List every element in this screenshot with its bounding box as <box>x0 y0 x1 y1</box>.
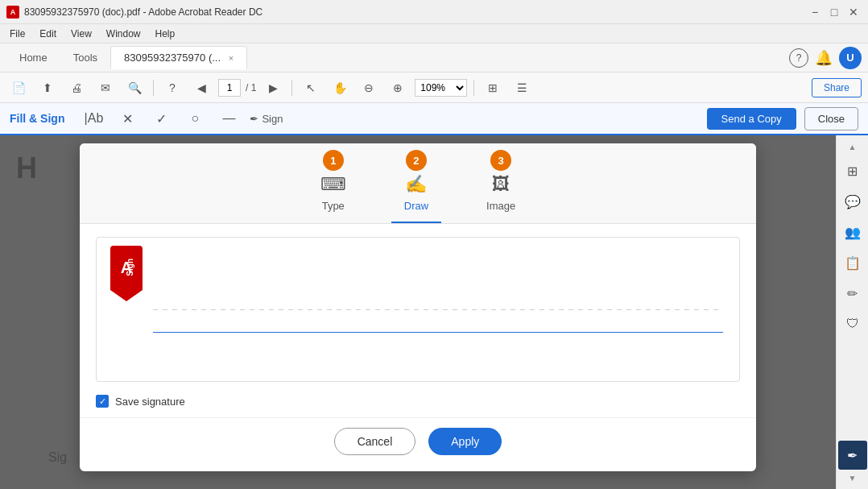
page-number-input[interactable] <box>218 79 241 97</box>
menu-bar: File Edit View Window Help <box>0 24 868 44</box>
fill-sign-label: Fill & Sign <box>10 112 64 125</box>
sidebar-btn-protect[interactable]: 🛡 <box>838 309 867 338</box>
tab-num-2: 2 <box>406 150 427 171</box>
signature-modal: 1 ⌨ Type 2 ✍ Draw 3 🖼 Image <box>80 143 756 471</box>
modal-overlay: 1 ⌨ Type 2 ✍ Draw 3 🖼 Image <box>0 135 836 489</box>
prev-page-button[interactable]: ◀ <box>189 77 213 99</box>
menu-edit[interactable]: Edit <box>33 27 63 41</box>
cancel-button[interactable]: Cancel <box>334 428 416 455</box>
checkbox-check: ✓ <box>99 396 106 407</box>
text-field-button[interactable]: |Ab <box>81 106 106 131</box>
sidebar-btn-share[interactable]: 👥 <box>838 218 867 247</box>
right-sidebar: ▲ ⊞ 💬 👥 📋 ✏ 🛡 ✒ ▼ <box>836 135 868 489</box>
tab-bar: Home Tools 83095932375970 (... × ? 🔔 U <box>0 44 868 73</box>
save-signature-checkbox[interactable]: ✓ <box>96 395 109 408</box>
image-label: Image <box>486 200 515 212</box>
tab-num-1: 1 <box>323 150 344 171</box>
fill-sign-close-button[interactable]: Close <box>804 107 858 131</box>
menu-file[interactable]: File <box>3 27 31 41</box>
cross-button[interactable]: ✕ <box>114 106 140 131</box>
maximize-button[interactable]: □ <box>826 4 842 20</box>
tab-close-button[interactable]: × <box>229 53 234 63</box>
page-total: / 1 <box>246 82 256 93</box>
tab-home[interactable]: Home <box>6 47 60 68</box>
help-button[interactable]: ? <box>789 48 808 68</box>
help-tool-button[interactable]: ? <box>160 77 184 99</box>
sidebar-btn-edit[interactable]: ✏ <box>838 279 867 308</box>
badge-sign-text: Sign <box>126 259 134 276</box>
sign-icon: ✒ <box>250 113 258 125</box>
tab-num-3: 3 <box>490 150 511 171</box>
scroll-options-button[interactable]: ☰ <box>510 77 534 99</box>
search-button[interactable]: 🔍 <box>122 77 147 99</box>
add-text-button[interactable]: 📄 <box>6 77 31 99</box>
apply-button[interactable]: Apply <box>428 428 502 455</box>
window-controls[interactable]: − □ ✕ <box>807 4 862 20</box>
save-signature-row: ✓ Save signature <box>80 395 756 417</box>
user-avatar[interactable]: U <box>839 47 862 69</box>
sign-button-group[interactable]: ✒ Sign <box>250 113 283 125</box>
title-bar-left: A 83095932375970 (doc).pdf - Adobe Acrob… <box>6 6 262 19</box>
tab-list: Home Tools 83095932375970 (... × <box>6 46 247 69</box>
circle-button[interactable]: ○ <box>182 106 208 131</box>
title-bar: A 83095932375970 (doc).pdf - Adobe Acrob… <box>0 0 868 24</box>
sidebar-btn-panels[interactable]: ⊞ <box>838 156 867 185</box>
modal-tab-bar: 1 ⌨ Type 2 ✍ Draw 3 🖼 Image <box>80 143 756 224</box>
view-options-button[interactable]: ⊞ <box>481 77 505 99</box>
sign-label: Sign <box>262 113 283 125</box>
toolbar: 📄 ⬆ 🖨 ✉ 🔍 ? ◀ / 1 ▶ ↖ ✋ ⊖ ⊕ 109% ⊞ ☰ Sha… <box>0 73 868 103</box>
sidebar-chevron-down[interactable]: ▼ <box>838 470 867 486</box>
type-icon: ⌨ <box>320 174 346 195</box>
menu-view[interactable]: View <box>64 27 98 41</box>
menu-help[interactable]: Help <box>149 27 182 41</box>
image-icon: 🖼 <box>492 174 510 195</box>
sidebar-btn-comment[interactable]: 💬 <box>838 187 867 216</box>
select-tool-button[interactable]: ↖ <box>299 77 323 99</box>
pdf-background: H Sig 1 ⌨ Type 2 ✍ Draw <box>0 135 836 489</box>
close-window-button[interactable]: ✕ <box>845 4 862 20</box>
tab-document[interactable]: 83095932375970 (... × <box>110 46 247 69</box>
draw-icon: ✍ <box>405 174 427 195</box>
divider-3 <box>473 80 474 96</box>
sidebar-chevron-up[interactable]: ▲ <box>838 139 867 155</box>
badge-bottom <box>110 290 143 301</box>
tab-document-label: 83095932375970 (... <box>124 52 221 64</box>
modal-footer: Cancel Apply <box>80 417 756 471</box>
zoom-select[interactable]: 109% <box>415 79 467 97</box>
send-copy-button[interactable]: Send a Copy <box>707 108 796 130</box>
zoom-out-button[interactable]: ⊖ <box>357 77 381 99</box>
window-title: 83095932375970 (doc).pdf - Adobe Acrobat… <box>24 6 262 18</box>
share-button[interactable]: Share <box>812 78 862 97</box>
modal-tab-type[interactable]: 1 ⌨ Type <box>308 156 359 223</box>
sidebar-btn-fillsign-active[interactable]: ✒ <box>838 441 867 470</box>
draw-dashes <box>153 309 723 310</box>
line-button[interactable]: — <box>216 106 242 131</box>
draw-baseline <box>153 332 723 334</box>
draw-label: Draw <box>404 200 428 212</box>
check-button[interactable]: ✓ <box>148 106 174 131</box>
type-label: Type <box>322 200 345 212</box>
next-page-button[interactable]: ▶ <box>261 77 285 99</box>
email-button[interactable]: ✉ <box>93 77 118 99</box>
divider-2 <box>291 80 292 96</box>
app-icon: A <box>6 6 19 19</box>
tab-tools[interactable]: Tools <box>60 47 110 68</box>
minimize-button[interactable]: − <box>807 4 823 20</box>
save-signature-label: Save signature <box>115 396 185 408</box>
zoom-in-button[interactable]: ⊕ <box>386 77 410 99</box>
upload-button[interactable]: ⬆ <box>35 77 60 99</box>
print-button[interactable]: 🖨 <box>64 77 89 99</box>
acrobat-badge: A Sign <box>106 246 147 301</box>
hand-tool-button[interactable]: ✋ <box>328 77 352 99</box>
modal-tab-image[interactable]: 3 🖼 Image <box>473 156 528 223</box>
menu-window[interactable]: Window <box>100 27 147 41</box>
signature-draw-area[interactable]: A Sign <box>96 237 740 382</box>
notifications-button[interactable]: 🔔 <box>815 49 833 67</box>
sidebar-btn-export[interactable]: 📋 <box>838 248 867 277</box>
fill-sign-bar: Fill & Sign |Ab ✕ ✓ ○ — ✒ Sign Send a Co… <box>0 103 868 135</box>
tab-bar-right: ? 🔔 U <box>789 47 862 69</box>
modal-tab-draw[interactable]: 2 ✍ Draw <box>391 156 441 223</box>
sidebar-bottom: ✒ ▼ <box>838 441 867 486</box>
divider-1 <box>153 80 154 96</box>
main-area: H Sig 1 ⌨ Type 2 ✍ Draw <box>0 135 868 489</box>
